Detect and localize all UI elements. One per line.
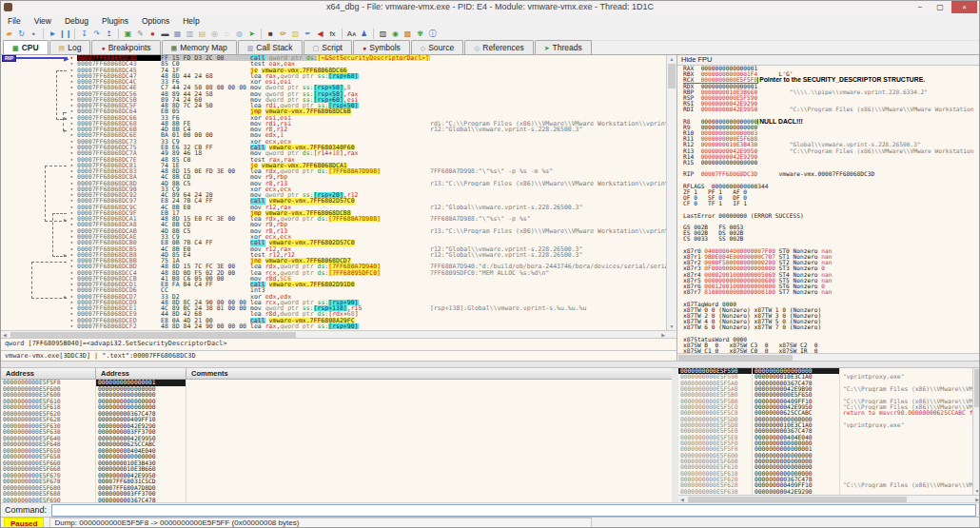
title-bar[interactable]: x64_dbg - File: vmware-vmx.exe - PID: E4… (1, 1, 979, 15)
register-row[interactable]: RDI 00000000042E9950 "C:\\Program Files … (683, 107, 975, 112)
scroll-left-icon[interactable]: ◀ (680, 496, 684, 502)
scroll-down-icon[interactable]: ▼ (973, 487, 980, 495)
menu-bar: FileViewDebugPluginsOptionsHelp (1, 14, 979, 28)
tab-symbols[interactable]: ●Symbols (353, 40, 410, 54)
step-out-icon[interactable]: ↥ (103, 29, 115, 40)
disasm-row[interactable]: •00007FF68068DCF248 8D 84 24 90 00 00 00… (1, 323, 667, 329)
references-icon[interactable]: ◍ (233, 29, 245, 40)
hide-fpu-button[interactable]: Hide FPU (677, 55, 980, 66)
dump-panel[interactable]: Address Address Comments 0000000000E5F5F… (1, 368, 672, 502)
run-to-user-code-icon[interactable]: ▣ (122, 29, 134, 40)
fx-icon[interactable]: fx (326, 29, 339, 40)
breakpoint-icon: ● (101, 42, 105, 54)
stack-vscrollbar[interactable]: ▼ (972, 368, 980, 495)
instruction-text: lea rax,qword ptr ss:[rsp+90] (250, 323, 430, 329)
snapshot-icon[interactable]: ■ (265, 29, 277, 40)
stack-hscrollbar[interactable]: ◀ ▶ (678, 495, 980, 502)
brush-icon[interactable]: ✒ (302, 29, 314, 40)
dump-col-address: Address (1, 368, 96, 379)
tab-label: Log (68, 42, 81, 54)
pause-icon[interactable]: ❙❙ (59, 29, 71, 40)
close-debuggee-icon[interactable]: ▪ (28, 29, 40, 40)
pencil-icon[interactable]: ✏ (277, 29, 289, 40)
breakpoint-dot-icon[interactable]: • (69, 323, 73, 329)
stack-row[interactable]: 0000000000E5F63000000000042E9290 (678, 489, 980, 495)
dump-header: Address Address Comments (1, 368, 672, 380)
tab-cpu[interactable]: ▣CPU (3, 40, 49, 54)
stack-comment (840, 489, 980, 495)
eraser-icon[interactable]: ◀ (314, 29, 326, 40)
tab-references[interactable]: ◎References (464, 40, 534, 54)
highlight-icon[interactable]: ▧ (289, 29, 302, 40)
bug-icon[interactable]: ✾ (414, 29, 426, 40)
scroll-down-icon[interactable]: ▼ (667, 323, 676, 330)
tab-label: Call Stack (256, 42, 292, 54)
tab-breakpoints[interactable]: ●Breakpoints (91, 40, 160, 54)
globe-icon[interactable]: ◉ (389, 29, 402, 40)
memory-chip-icon[interactable]: ▨ (377, 29, 389, 40)
scroll-up-icon[interactable]: ▲ (667, 55, 676, 63)
threads-icon[interactable]: ➤ (245, 29, 258, 40)
toolbar-separator (74, 29, 75, 39)
status-dump-info: Dump: 0000000000E5F5F8 -> 0000000000E5F5… (49, 518, 592, 528)
step-into-icon[interactable]: ↧ (78, 29, 90, 40)
menu-options[interactable]: Options (135, 14, 176, 28)
log-icon[interactable]: ▤ (196, 29, 208, 40)
tab-memory-map[interactable]: ▦Memory Map (162, 40, 237, 54)
scroll-thumb[interactable] (974, 369, 980, 407)
menu-debug[interactable]: Debug (58, 14, 95, 28)
patch-icon[interactable]: ▩ (402, 29, 414, 40)
horizontal-splitter[interactable] (1, 361, 979, 368)
restart-icon[interactable]: ↻ (15, 29, 28, 40)
script-edit-icon[interactable]: ✎ (134, 29, 147, 40)
command-input[interactable] (51, 504, 976, 517)
scroll-right-icon[interactable]: ▶ (975, 496, 979, 502)
vertical-splitter[interactable] (672, 368, 678, 502)
registers-panel[interactable]: Hide FPU RAX 0000000000000001RBX 0000000… (677, 55, 980, 361)
menu-help[interactable]: Help (176, 14, 206, 28)
close-button[interactable]: × (951, 1, 977, 13)
open-file-icon[interactable]: ▰ (3, 29, 15, 40)
search-icon[interactable]: ◌ (221, 29, 233, 40)
disassembly-panel[interactable]: •00007FF68068DC3DFF 15 FD D3 2C 00call q… (1, 55, 677, 361)
log-icon: ▤ (59, 42, 66, 54)
command-bar: Command: (1, 502, 979, 517)
instruction-comment (430, 323, 667, 329)
menu-file[interactable]: File (1, 14, 28, 28)
run-icon[interactable]: ► (47, 29, 59, 40)
minimize-button[interactable]: − (911, 1, 930, 13)
tab-label: Threads (553, 42, 582, 54)
command-label: Command: (1, 505, 51, 515)
breakpoint-icon[interactable]: ● (147, 29, 159, 40)
tab-log[interactable]: ▤Log (49, 40, 91, 54)
source-icon: ◇ (421, 42, 425, 54)
info-line-2: vmware-vmx.exe[3DDC3D] | ".text":00007FF… (1, 350, 676, 361)
status-badge: Paused (4, 518, 44, 528)
about-icon[interactable]: ⓘ (426, 29, 439, 40)
disassembly-vscrollbar[interactable]: ▲ ▼ (666, 55, 676, 330)
x64dbg-window: x64_dbg - File: vmware-vmx.exe - PID: E4… (0, 0, 980, 528)
tab-bar: ▣CPU▤Log●Breakpoints▦Memory Map▥Call Sta… (1, 41, 979, 55)
menu-view[interactable]: View (28, 14, 58, 28)
user-icon[interactable]: ♟ (358, 29, 370, 40)
tab-label: Breakpoints (108, 42, 151, 54)
memory-map-icon: ▦ (171, 42, 178, 54)
memory-map-icon[interactable]: ▬ (159, 29, 171, 40)
toolbar-separator (43, 29, 44, 39)
registers-hscrollbar[interactable] (677, 353, 980, 361)
tab-threads[interactable]: ➤Threads (535, 40, 592, 54)
call-stack-icon[interactable]: ▦ (171, 29, 184, 40)
font-icon[interactable]: Aᴀ (345, 29, 358, 40)
tab-script[interactable]: ▢Script (304, 40, 352, 54)
tab-source[interactable]: ◇Source (411, 40, 463, 54)
call-stack-icon: ▥ (247, 42, 254, 54)
step-over-icon[interactable]: ↷ (90, 29, 103, 40)
tab-label: References (482, 42, 523, 54)
notes-icon[interactable]: ◎ (208, 29, 221, 40)
maximize-button[interactable]: ▢ (931, 1, 950, 13)
tab-call-stack[interactable]: ▥Call Stack (238, 40, 303, 54)
seh-chain-icon[interactable]: ▥ (184, 29, 196, 40)
menu-plugins[interactable]: Plugins (95, 14, 135, 28)
stack-panel[interactable]: 0000000000E5F590000000000000000000000000… (678, 368, 980, 502)
scroll-thumb[interactable] (668, 64, 676, 88)
